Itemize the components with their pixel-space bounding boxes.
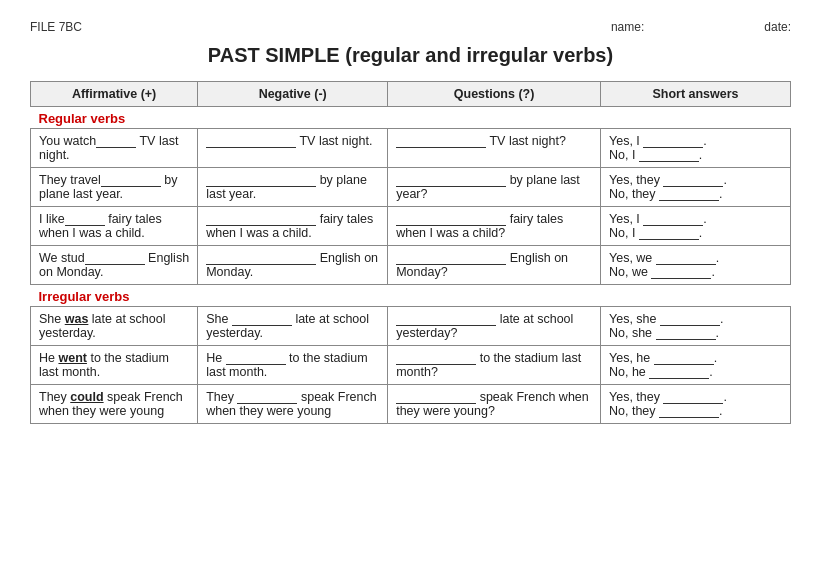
- regular-verbs-header-row: Regular verbs: [31, 107, 791, 129]
- table-row: He went to the stadium last month. He to…: [31, 346, 791, 385]
- page-title: PAST SIMPLE (regular and irregular verbs…: [30, 44, 791, 67]
- table-row: We stud English on Monday. English on Mo…: [31, 246, 791, 285]
- q-cell: late at school yesterday?: [388, 307, 601, 346]
- short-cell: Yes, she .No, she .: [600, 307, 790, 346]
- date-label: date:: [764, 20, 791, 34]
- header-affirmative: Affirmative (+): [31, 82, 198, 107]
- neg-cell: They speak French when they were young: [198, 385, 388, 424]
- aff-cell: They could speak French when they were y…: [31, 385, 198, 424]
- header-negative: Negative (-): [198, 82, 388, 107]
- top-bar: FILE 7BC name: date:: [30, 20, 791, 34]
- name-label: name:: [611, 20, 644, 34]
- irregular-verbs-label: Irregular verbs: [39, 289, 130, 304]
- q-cell: to the stadium last month?: [388, 346, 601, 385]
- q-cell: fairy tales when I was a child?: [388, 207, 601, 246]
- short-cell: Yes, he .No, he .: [600, 346, 790, 385]
- q-cell: speak French when they were young?: [388, 385, 601, 424]
- short-cell: Yes, I .No, I .: [600, 129, 790, 168]
- aff-cell: You watch TV last night.: [31, 129, 198, 168]
- q-cell: English on Monday?: [388, 246, 601, 285]
- short-cell: Yes, I .No, I .: [600, 207, 790, 246]
- grammar-table: Affirmative (+) Negative (-) Questions (…: [30, 81, 791, 424]
- regular-verbs-label: Regular verbs: [39, 111, 126, 126]
- neg-cell: fairy tales when I was a child.: [198, 207, 388, 246]
- short-cell: Yes, they .No, they .: [600, 385, 790, 424]
- header-short-answers: Short answers: [600, 82, 790, 107]
- name-date-area: name: date:: [611, 20, 791, 34]
- q-cell: by plane last year?: [388, 168, 601, 207]
- table-row: You watch TV last night. TV last night. …: [31, 129, 791, 168]
- table-row: They could speak French when they were y…: [31, 385, 791, 424]
- neg-cell: by plane last year.: [198, 168, 388, 207]
- aff-cell: She was late at school yesterday.: [31, 307, 198, 346]
- table-row: She was late at school yesterday. She la…: [31, 307, 791, 346]
- neg-cell: She late at school yesterday.: [198, 307, 388, 346]
- short-cell: Yes, they .No, they .: [600, 168, 790, 207]
- neg-cell: TV last night.: [198, 129, 388, 168]
- table-row: I like fairy tales when I was a child. f…: [31, 207, 791, 246]
- neg-cell: He to the stadium last month.: [198, 346, 388, 385]
- aff-cell: He went to the stadium last month.: [31, 346, 198, 385]
- aff-cell: I like fairy tales when I was a child.: [31, 207, 198, 246]
- aff-cell: They travel by plane last year.: [31, 168, 198, 207]
- short-cell: Yes, we .No, we .: [600, 246, 790, 285]
- neg-cell: English on Monday.: [198, 246, 388, 285]
- table-row: They travel by plane last year. by plane…: [31, 168, 791, 207]
- file-label: FILE 7BC: [30, 20, 82, 34]
- q-cell: TV last night?: [388, 129, 601, 168]
- aff-cell: We stud English on Monday.: [31, 246, 198, 285]
- irregular-verbs-header-row: Irregular verbs: [31, 285, 791, 307]
- header-questions: Questions (?): [388, 82, 601, 107]
